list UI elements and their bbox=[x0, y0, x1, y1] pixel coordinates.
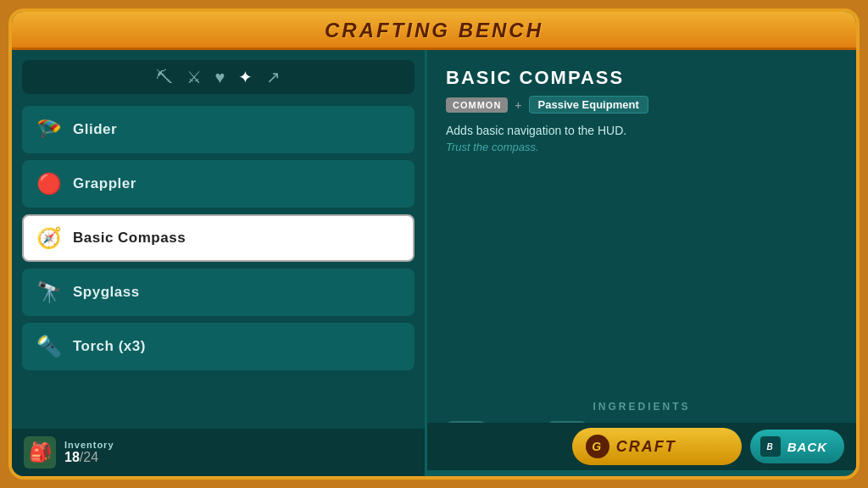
tab-equipment[interactable]: ✦ bbox=[238, 67, 253, 87]
list-item[interactable]: 🔭 Spyglass bbox=[22, 269, 415, 316]
item-name-grappler: Grappler bbox=[73, 175, 136, 192]
tab-ammo[interactable]: ↗ bbox=[266, 67, 281, 87]
item-icon-glider: 🪂 bbox=[34, 114, 64, 145]
item-name-torch: Torch (x3) bbox=[73, 338, 146, 355]
badge-row: COMMON + Passive Equipment bbox=[446, 96, 837, 114]
craft-button-label: CRAFT bbox=[616, 438, 676, 456]
ingredients-label: INGREDIENTS bbox=[446, 401, 837, 413]
inventory-icon: 🎒 bbox=[24, 436, 56, 469]
list-item[interactable]: 🔦 Torch (x3) bbox=[22, 323, 415, 370]
rarity-badge: COMMON bbox=[446, 97, 508, 113]
badge-plus: + bbox=[515, 98, 521, 112]
type-badge: Passive Equipment bbox=[529, 96, 648, 114]
craft-button-icon: G bbox=[586, 435, 609, 458]
inventory-bar: 🎒 Inventory 18/24 bbox=[12, 429, 427, 476]
list-item-selected[interactable]: 🧭 Basic Compass bbox=[22, 214, 415, 262]
inventory-info: Inventory 18/24 bbox=[64, 440, 114, 465]
item-icon-grappler: 🔴 bbox=[34, 169, 64, 199]
inventory-label: Inventory bbox=[64, 440, 114, 450]
right-panel: BASIC COMPASS COMMON + Passive Equipment… bbox=[427, 50, 856, 470]
main-content: ⛏ ⚔ ♥ ✦ ↗ 🪂 Glider 🔴 Grappler 🧭 Basic Co… bbox=[12, 50, 856, 470]
item-flavor: Trust the compass. bbox=[446, 141, 837, 153]
list-item[interactable]: 🪂 Glider bbox=[22, 106, 415, 153]
left-panel: ⛏ ⚔ ♥ ✦ ↗ 🪂 Glider 🔴 Grappler 🧭 Basic Co… bbox=[12, 50, 427, 470]
crafting-bench-window: CRAFTING BENCH ⛏ ⚔ ♥ ✦ ↗ 🪂 Glider 🔴 Grap… bbox=[8, 8, 860, 480]
inventory-max: 24 bbox=[83, 450, 98, 464]
tab-health[interactable]: ♥ bbox=[215, 68, 225, 87]
inventory-count: 18/24 bbox=[64, 450, 114, 465]
back-button-icon: B bbox=[760, 436, 781, 457]
title-bar: CRAFTING BENCH bbox=[12, 12, 856, 50]
back-icon-label: B bbox=[767, 442, 774, 452]
item-name-spyglass: Spyglass bbox=[73, 284, 140, 301]
back-button[interactable]: B BACK bbox=[750, 430, 844, 463]
list-item[interactable]: 🔴 Grappler bbox=[22, 160, 415, 208]
craft-icon-label: G bbox=[592, 440, 603, 453]
tab-weapons[interactable]: ⚔ bbox=[186, 67, 202, 87]
window-title: CRAFTING BENCH bbox=[12, 19, 856, 42]
tab-tools[interactable]: ⛏ bbox=[156, 68, 173, 87]
item-description: Adds basic navigation to the HUD. bbox=[446, 124, 837, 137]
item-icon-torch: 🔦 bbox=[34, 331, 64, 362]
item-name-glider: Glider bbox=[73, 121, 117, 138]
detail-title: BASIC COMPASS bbox=[446, 67, 837, 89]
bottom-bar: G CRAFT B BACK bbox=[427, 423, 856, 470]
item-list: 🪂 Glider 🔴 Grappler 🧭 Basic Compass 🔭 Sp… bbox=[22, 106, 415, 460]
craft-button[interactable]: G CRAFT bbox=[572, 428, 742, 465]
item-icon-spyglass: 🔭 bbox=[34, 277, 64, 308]
back-button-label: BACK bbox=[787, 440, 827, 454]
item-name-compass: Basic Compass bbox=[73, 230, 186, 247]
item-icon-compass: 🧭 bbox=[34, 223, 64, 253]
category-tabs: ⛏ ⚔ ♥ ✦ ↗ bbox=[22, 60, 415, 94]
inventory-current: 18 bbox=[64, 450, 80, 464]
